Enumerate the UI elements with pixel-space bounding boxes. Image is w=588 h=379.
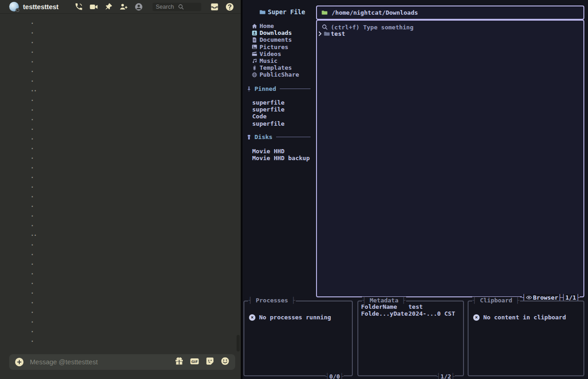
message-row: . (0, 36, 235, 45)
file-panel: (ctrl+f) Type something test ┤ Browser ├… (316, 20, 584, 297)
emoji-button-icon[interactable] (220, 357, 230, 368)
sticker-button-icon[interactable] (205, 357, 215, 368)
sidebar-item-label: Documents (260, 36, 292, 43)
sidebar-item-videos[interactable]: Videos (251, 50, 314, 57)
message-row: . (0, 296, 235, 306)
disks-list: Movie HHDMovie HHD backup (252, 148, 310, 162)
folder-icon (260, 9, 266, 15)
search-icon (321, 23, 328, 31)
header-actions: Search (74, 2, 234, 11)
message-row: .. (0, 229, 235, 238)
globe-icon (251, 72, 257, 78)
help-icon[interactable] (225, 2, 234, 11)
film-icon (251, 51, 257, 56)
panel-mode: Browser (533, 294, 558, 301)
file-row-test[interactable]: test (318, 30, 345, 37)
panel-footer: ┤ Browser ├┤ 1/1 ├ (522, 294, 580, 301)
message-list: .................................... (0, 14, 235, 354)
message-row: . (0, 267, 235, 277)
panel-page: 1/1 (565, 294, 576, 301)
gif-button-icon[interactable]: GIF (190, 357, 199, 368)
video-call-icon[interactable] (89, 2, 98, 11)
composer-buttons: GIF (175, 357, 230, 368)
message-row: . (0, 94, 235, 103)
pinned-section-header: Pinned (246, 85, 311, 92)
sidebar-item-label: PublicShare (260, 71, 299, 78)
pinned-messages-icon[interactable] (104, 2, 113, 11)
chevron-right-icon (318, 31, 322, 36)
message-row: . (0, 103, 235, 113)
search-placeholder: Search (156, 4, 177, 10)
user-profile-icon[interactable] (134, 2, 143, 11)
list-item[interactable]: superfile (252, 120, 284, 127)
sidebar-item-music[interactable]: Music (251, 57, 314, 64)
divider (276, 137, 311, 137)
scrollbar-thumb[interactable] (237, 335, 240, 351)
message-row: . (0, 45, 235, 55)
list-item[interactable]: superfile (252, 99, 284, 106)
message-row: . (0, 142, 235, 151)
message-row: . (0, 248, 235, 257)
svg-text:GIF: GIF (192, 359, 198, 363)
message-input[interactable]: Message @testtesttest (30, 358, 175, 366)
app-title: Super File (260, 8, 305, 16)
search-box[interactable]: Search (153, 3, 201, 11)
file-search[interactable]: (ctrl+f) Type something (321, 23, 413, 31)
message-row: . (0, 190, 235, 200)
clipboard-empty-text: No content in clipboard (483, 314, 566, 321)
voice-call-icon[interactable] (74, 2, 83, 11)
message-row: . (0, 306, 235, 315)
metadata-value: 2024-...0 CST (408, 310, 455, 317)
sidebar-item-downloads[interactable]: Downloads (251, 29, 314, 36)
message-row: . (0, 277, 235, 286)
divider (280, 89, 311, 89)
add-attachment-button[interactable] (14, 357, 24, 367)
list-item[interactable]: superfile (252, 106, 284, 113)
sidebar-item-templates[interactable]: Templates (251, 64, 314, 71)
message-row: . (0, 200, 235, 209)
metadata-row: FolderNametest (361, 303, 461, 310)
processes-panel: Processes × No processes running 0/0 (243, 301, 353, 376)
folder-icon (324, 31, 330, 37)
message-row: .. (0, 84, 235, 94)
gift-button-icon[interactable] (175, 357, 184, 368)
clipboard-title: Clipboard (472, 297, 520, 304)
search-icon (177, 3, 199, 11)
message-row: . (0, 55, 235, 65)
home-icon (251, 23, 257, 29)
message-row: . (0, 334, 235, 344)
pin-icon (246, 86, 252, 92)
current-path: /home/nightcat/Downloads (332, 9, 418, 16)
metadata-key: Folde...yDate (361, 310, 408, 317)
metadata-value: test (408, 303, 423, 310)
list-item[interactable]: Movie HHD (252, 148, 310, 155)
sidebar-item-home[interactable]: Home (251, 22, 314, 29)
list-item[interactable]: Movie HHD backup (252, 155, 310, 162)
sidebar-item-pictures[interactable]: Pictures (251, 44, 314, 50)
sidebar-item-publicshare[interactable]: PublicShare (251, 71, 314, 78)
message-row: . (0, 171, 235, 180)
processes-empty-text: No processes running (259, 314, 331, 321)
message-row: . (0, 132, 235, 142)
inbox-icon[interactable] (210, 2, 219, 11)
sidebar-item-label: Music (260, 57, 277, 64)
pinned-list: superfilesuperfileCodesuperfile (252, 99, 284, 127)
scrollbar[interactable] (237, 14, 240, 354)
sidebar-item-label: Templates (260, 64, 292, 71)
metadata-rows: FolderNametestFolde...yDate2024-...0 CST (361, 303, 461, 317)
add-friends-icon[interactable] (119, 2, 128, 11)
message-row: . (0, 238, 235, 248)
message-row: . (0, 286, 235, 296)
message-composer[interactable]: Message @testtesttest GIF (9, 354, 235, 370)
list-item[interactable]: Code (252, 113, 284, 120)
screen: testtesttest Search ....................… (0, 0, 588, 379)
chat-window: testtesttest Search ....................… (0, 0, 241, 379)
sidebar-item-documents[interactable]: Documents (251, 36, 314, 43)
clipboard-panel: Clipboard × No content in clipboard (468, 301, 584, 376)
avatar[interactable] (9, 2, 19, 11)
sidebar-item-label: Videos (260, 50, 281, 57)
path-bar: /home/nightcat/Downloads (316, 6, 584, 20)
message-row: . (0, 113, 235, 123)
chat-header: testtesttest Search (0, 0, 241, 14)
message-row: . (0, 315, 235, 325)
